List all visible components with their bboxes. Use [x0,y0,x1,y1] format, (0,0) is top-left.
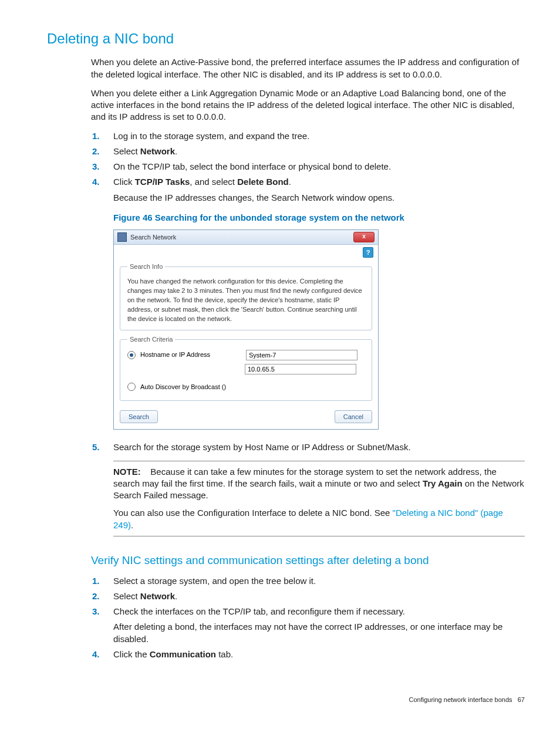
app-icon [117,232,127,242]
hostname-input[interactable] [246,350,357,360]
step-3: On the TCP/IP tab, select the bond inter… [113,161,525,173]
step-5: Search for the storage system by Host Na… [113,441,525,453]
search-network-dialog: Search Network x ? Search Info You have … [113,229,379,430]
step-2-bold: Network [140,146,175,156]
step-4: Click TCP/IP Tasks, and select Delete Bo… [113,176,525,430]
step-2-pre: Select [113,146,140,156]
ip-input[interactable] [245,364,356,374]
procedure-delete-bond: Log in to the storage system, and expand… [91,130,525,454]
step-4-bold-1: TCP/IP Tasks [135,177,190,187]
verify-step-2-post: . [175,591,177,601]
heading-deleting-nic-bond: Deleting a NIC bond [47,29,525,48]
search-info-legend: Search Info [127,262,165,271]
verify-step-4-pre: Click the [113,649,150,659]
radio-hostname-icon[interactable] [127,351,136,359]
verify-step-4-post: tab. [216,649,233,659]
intro-paragraph-1: When you delete an Active-Passive bond, … [91,56,525,80]
verify-step-4: Click the Communication tab. [113,649,525,660]
radio-broadcast-label: Auto Discover by Broadcast () [140,383,365,391]
note-text-2-pre: You can also use the Configuration Inter… [113,508,393,518]
dialog-title: Search Network [130,233,353,242]
dialog-button-row: Search Cancel [114,406,378,429]
dialog-toolbar: ? [114,245,378,258]
step-2: Select Network. [113,146,525,157]
search-criteria-group: Search Criteria Hostname or IP Address A… [120,335,372,401]
search-info-group: Search Info You have changed the network… [120,262,372,330]
step-4-mid: , and select [190,177,237,187]
verify-step-2: Select Network. [113,590,525,602]
search-criteria-legend: Search Criteria [127,335,175,344]
note-label: NOTE: [113,467,141,477]
dialog-titlebar: Search Network x [114,230,378,245]
close-button[interactable]: x [353,232,375,242]
help-icon[interactable]: ? [363,247,373,258]
note-box: NOTE: Because it can take a few minutes … [113,461,525,536]
hostname-radio-row[interactable]: Hostname or IP Address [127,350,365,360]
step-4-bold-2: Delete Bond [237,177,289,187]
search-info-text: You have changed the network configurati… [127,277,365,324]
verify-step-2-bold: Network [140,591,175,601]
cancel-button[interactable]: Cancel [335,410,372,423]
footer-page: 67 [518,696,525,703]
verify-step-3-text: Check the interfaces on the TCP/IP tab, … [113,606,405,616]
intro-paragraph-2: When you delete either a Link Aggregatio… [91,87,525,123]
step-2-post: . [175,146,177,156]
verify-step-4-bold: Communication [150,649,216,659]
page-footer: Configuring network interface bonds 67 [47,696,525,704]
verify-step-2-pre: Select [113,591,140,601]
procedure-verify-nic: Select a storage system, and open the tr… [91,575,525,661]
radio-hostname-label: Hostname or IP Address [140,350,246,359]
search-button[interactable]: Search [120,410,158,423]
step-4-sub: Because the IP addresses changes, the Se… [113,192,525,204]
verify-step-3-sub: After deleting a bond, the interfaces ma… [113,621,525,645]
footer-text: Configuring network interface bonds [409,696,512,703]
note-text-2-post: . [131,520,133,530]
radio-broadcast-icon[interactable] [127,383,136,391]
figure-caption: Figure 46 Searching for the unbonded sto… [113,212,525,224]
broadcast-radio-row[interactable]: Auto Discover by Broadcast () [127,383,365,391]
verify-step-3: Check the interfaces on the TCP/IP tab, … [113,606,525,645]
verify-step-1: Select a storage system, and open the tr… [113,575,525,587]
step-1: Log in to the storage system, and expand… [113,130,525,142]
heading-verify-nic: Verify NIC settings and communication se… [91,553,525,568]
step-4-post: . [289,177,291,187]
note-text-1-bold: Try Again [423,478,463,488]
step-4-pre: Click [113,177,135,187]
